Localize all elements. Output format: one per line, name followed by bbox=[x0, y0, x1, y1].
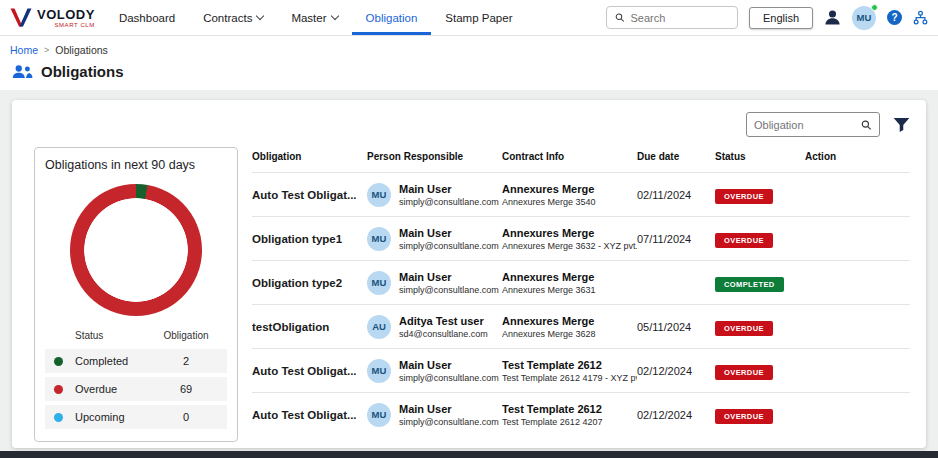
person-cell: MU Main Usersimply@consultlane.com bbox=[367, 183, 502, 207]
avatar: MU bbox=[367, 359, 391, 383]
due-date: 02/11/2024 bbox=[637, 189, 715, 201]
legend-item-overdue: Overdue 69 bbox=[45, 377, 227, 401]
nav-item-dashboard[interactable]: Dashboard bbox=[105, 0, 189, 35]
user-profile-button[interactable] bbox=[824, 9, 841, 26]
table-row[interactable]: Auto Test Obligat... MU Main Usersimply@… bbox=[252, 348, 910, 392]
help-button[interactable]: ? bbox=[887, 10, 902, 25]
table-row[interactable]: Obligation type1 MU Main Usersimply@cons… bbox=[252, 216, 910, 260]
breadcrumb-separator: > bbox=[44, 45, 49, 55]
breadcrumb-home-link[interactable]: Home bbox=[10, 44, 38, 56]
nav-item-contracts[interactable]: Contracts bbox=[189, 0, 277, 35]
search-input[interactable] bbox=[630, 12, 729, 24]
language-selector[interactable]: English bbox=[749, 7, 813, 29]
due-date: 05/11/2024 bbox=[637, 321, 715, 333]
obligation-filter-search bbox=[746, 112, 880, 137]
table-row[interactable]: Auto Test Obligat... MU Main Usersimply@… bbox=[252, 392, 910, 436]
obligation-name: Auto Test Obligat... bbox=[252, 189, 367, 201]
status-badge: OVERDUE bbox=[715, 409, 773, 424]
org-chart-button[interactable] bbox=[913, 10, 928, 25]
avatar: MU bbox=[367, 271, 391, 295]
breadcrumb-current: Obligations bbox=[55, 44, 108, 56]
person-email: simply@consultlane.com bbox=[399, 197, 494, 207]
table-header-row: Obligation Person Responsible Contract I… bbox=[252, 147, 910, 172]
person-cell: MU Main Usersimply@consultlane.com bbox=[367, 271, 502, 295]
status-badge: OVERDUE bbox=[715, 321, 773, 336]
person-name: Main User bbox=[399, 271, 494, 283]
chart-legend: Status Obligation Completed 2 Overdue 69… bbox=[45, 328, 227, 429]
due-date: 02/12/2024 bbox=[637, 409, 715, 421]
person-email: simply@consultlane.com bbox=[399, 285, 494, 295]
person-name: Main User bbox=[399, 359, 494, 371]
donut-chart bbox=[70, 184, 202, 316]
breadcrumb: Home > Obligations bbox=[10, 44, 928, 56]
bottom-bar bbox=[0, 451, 938, 458]
person-email: sd4@consultlane.com bbox=[399, 329, 488, 339]
page-title: Obligations bbox=[41, 63, 124, 80]
global-search bbox=[606, 6, 738, 29]
legend-header-obligation: Obligation bbox=[149, 330, 223, 341]
top-navbar: VOLODY SMART CLM Dashboard Contracts Mas… bbox=[0, 0, 938, 36]
volody-logo[interactable]: VOLODY SMART CLM bbox=[10, 8, 95, 28]
status-badge: OVERDUE bbox=[715, 189, 773, 204]
person-cell: MU Main Usersimply@consultlane.com bbox=[367, 227, 502, 251]
avatar: MU bbox=[367, 403, 391, 427]
status-badge: OVERDUE bbox=[715, 233, 773, 248]
legend-header-status: Status bbox=[75, 330, 149, 341]
obligation-name: Auto Test Obligat... bbox=[252, 365, 367, 377]
legend-item-upcoming: Upcoming 0 bbox=[45, 405, 227, 429]
nav-item-obligation[interactable]: Obligation bbox=[352, 0, 432, 35]
table-row[interactable]: Auto Test Obligat... MU Main Usersimply@… bbox=[252, 172, 910, 216]
table-row[interactable]: Obligation type2 MU Main Usersimply@cons… bbox=[252, 260, 910, 304]
person-name: Aditya Test user bbox=[399, 315, 488, 327]
search-icon bbox=[615, 12, 625, 23]
obligation-name: Obligation type2 bbox=[252, 277, 367, 289]
brand-tagline: SMART CLM bbox=[37, 22, 95, 28]
chart-title: Obligations in next 90 days bbox=[45, 158, 227, 172]
person-email: simply@consultlane.com bbox=[399, 373, 494, 383]
contract-cell: Test Template 2612Test Template 2612 417… bbox=[502, 359, 637, 383]
volody-logo-icon bbox=[10, 8, 32, 27]
legend-item-completed: Completed 2 bbox=[45, 349, 227, 373]
search-icon[interactable] bbox=[861, 119, 872, 131]
obligation-search-input[interactable] bbox=[754, 119, 857, 131]
person-cell: MU Main Usersimply@consultlane.com bbox=[367, 359, 502, 383]
sitemap-icon bbox=[913, 10, 928, 25]
obligation-name: Auto Test Obligat... bbox=[252, 409, 367, 421]
obligations-panel: Obligations in next 90 days Status Oblig… bbox=[12, 100, 926, 448]
person-email: simply@consultlane.com bbox=[399, 241, 494, 251]
chevron-down-icon bbox=[256, 12, 264, 20]
person-name: Main User bbox=[399, 403, 494, 415]
person-icon bbox=[824, 9, 841, 26]
user-avatar[interactable]: MU bbox=[852, 6, 876, 30]
users-group-icon bbox=[12, 64, 33, 79]
overdue-dot-icon bbox=[54, 385, 63, 394]
person-name: Main User bbox=[399, 227, 494, 239]
main-nav: Dashboard Contracts Master Obligation St… bbox=[105, 0, 527, 35]
upcoming-dot-icon bbox=[54, 413, 63, 422]
nav-item-stamp-paper[interactable]: Stamp Paper bbox=[431, 0, 526, 35]
contract-cell: Test Template 2612Test Template 2612 420… bbox=[502, 403, 637, 427]
due-date: 07/11/2024 bbox=[637, 233, 715, 245]
obligations-table: Obligation Person Responsible Contract I… bbox=[252, 147, 910, 436]
contract-cell: Annexures MergeAnnexures Merge 3628 bbox=[502, 315, 637, 339]
person-email: simply@consultlane.com bbox=[399, 417, 494, 427]
obligation-name: Obligation type1 bbox=[252, 233, 367, 245]
person-name: Main User bbox=[399, 183, 494, 195]
table-row[interactable]: testObligation AU Aditya Test usersd4@co… bbox=[252, 304, 910, 348]
status-badge: OVERDUE bbox=[715, 365, 773, 380]
avatar: AU bbox=[367, 315, 391, 339]
brand-name: VOLODY bbox=[37, 8, 95, 21]
chevron-down-icon bbox=[330, 12, 338, 20]
completed-dot-icon bbox=[54, 357, 63, 366]
obligation-name: testObligation bbox=[252, 321, 367, 333]
contract-cell: Annexures MergeAnnexures Merge 3540 bbox=[502, 183, 637, 207]
person-cell: MU Main Usersimply@consultlane.com bbox=[367, 403, 502, 427]
contract-cell: Annexures MergeAnnexures Merge 3632 - XY… bbox=[502, 227, 637, 251]
online-status-dot bbox=[871, 4, 878, 11]
filter-funnel-icon[interactable] bbox=[893, 117, 910, 133]
contract-cell: Annexures MergeAnnexures Merge 3631 bbox=[502, 271, 637, 295]
due-date: 02/12/2024 bbox=[637, 365, 715, 377]
status-badge: COMPLETED bbox=[715, 277, 784, 292]
person-cell: AU Aditya Test usersd4@consultlane.com bbox=[367, 315, 502, 339]
nav-item-master[interactable]: Master bbox=[277, 0, 351, 35]
